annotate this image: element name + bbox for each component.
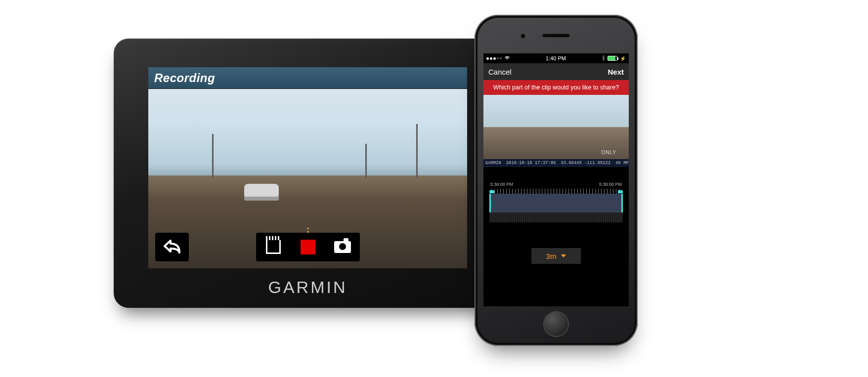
chevron-down-icon bbox=[561, 254, 566, 257]
phone-device: 1:40 PM ⚡ Cancel Next Which part of the … bbox=[475, 15, 638, 346]
garmin-brand-label: GARMIN bbox=[114, 278, 502, 297]
next-button[interactable]: Next bbox=[608, 68, 624, 76]
timeline-start-label: 5:36:00 PM bbox=[490, 182, 513, 187]
phone-screen: 1:40 PM ⚡ Cancel Next Which part of the … bbox=[483, 53, 629, 306]
dashcam-video-feed bbox=[148, 89, 467, 268]
scene-poles bbox=[148, 171, 467, 179]
garmin-device: Recording bbox=[114, 39, 502, 308]
cell-signal-icon bbox=[486, 57, 502, 60]
scene-vehicle bbox=[244, 184, 279, 201]
overlay-speed: 46 MPH bbox=[615, 161, 629, 166]
back-arrow-icon bbox=[163, 238, 181, 256]
bluetooth-icon bbox=[602, 55, 605, 62]
camera-action-bar bbox=[256, 233, 360, 261]
status-bar: 1:40 PM ⚡ bbox=[483, 53, 629, 63]
share-prompt-banner: Which part of the clip would you like to… bbox=[483, 80, 629, 95]
duration-dropdown[interactable]: 3m bbox=[531, 248, 581, 264]
lane-marking-text: ONLY bbox=[602, 150, 617, 155]
nav-bar: Cancel Next bbox=[483, 63, 629, 80]
garmin-screen: Recording bbox=[148, 67, 467, 268]
back-button[interactable] bbox=[155, 233, 189, 261]
record-icon bbox=[301, 240, 315, 254]
battery-icon bbox=[608, 56, 617, 61]
snapshot-button[interactable] bbox=[333, 238, 352, 256]
share-prompt-text: Which part of the clip would you like to… bbox=[493, 84, 619, 91]
timeline-editor: 5:36:00 PM 5:38:00 PM bbox=[483, 167, 629, 228]
phone-front-camera bbox=[521, 34, 525, 39]
overlay-brand: GARMIN bbox=[485, 161, 501, 166]
timeline-end-label: 5:38:00 PM bbox=[599, 182, 622, 187]
recording-header: Recording bbox=[148, 67, 467, 89]
home-button[interactable] bbox=[543, 311, 569, 337]
camera-icon bbox=[334, 241, 351, 253]
status-time: 1:40 PM bbox=[546, 55, 566, 61]
record-button[interactable] bbox=[299, 238, 317, 256]
duration-value: 3m bbox=[546, 252, 557, 260]
charging-icon: ⚡ bbox=[620, 56, 626, 61]
overlay-timestamp: 2016-10-18 17:37:05 bbox=[506, 161, 556, 166]
cancel-button[interactable]: Cancel bbox=[488, 68, 512, 76]
phone-speaker bbox=[542, 34, 570, 38]
timeline-track-base bbox=[489, 212, 623, 222]
sd-card-icon bbox=[266, 240, 281, 254]
timeline-ticks bbox=[491, 189, 621, 194]
telemetry-overlay: GARMIN 2016-10-18 17:37:05 33.66445 -111… bbox=[483, 159, 629, 167]
overlay-coords: 33.66445 -111.95222 bbox=[561, 161, 611, 166]
sd-card-button[interactable] bbox=[264, 238, 283, 256]
recording-label: Recording bbox=[154, 71, 215, 85]
clip-selection-range[interactable] bbox=[489, 194, 623, 212]
clip-preview[interactable]: ONLY bbox=[483, 95, 629, 159]
wifi-icon bbox=[504, 55, 510, 61]
garmin-body: Recording bbox=[114, 39, 502, 308]
